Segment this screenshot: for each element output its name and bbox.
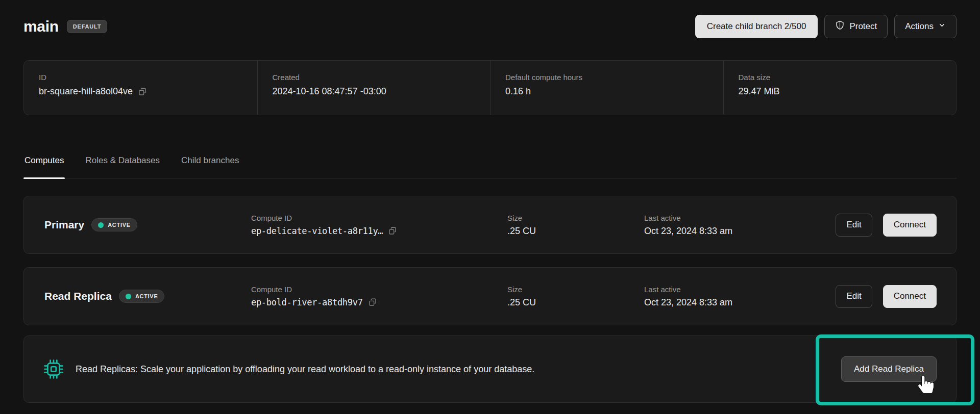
last-active-value: Oct 23, 2024 8:33 am — [644, 226, 732, 237]
add-read-replica-button[interactable]: Add Read Replica — [841, 356, 937, 382]
created-label: Created — [273, 73, 485, 82]
copy-icon[interactable] — [138, 87, 147, 96]
compute-id-label: Compute ID — [251, 285, 507, 294]
tab-roles-databases[interactable]: Roles & Databases — [84, 156, 161, 178]
page-title: main — [23, 18, 59, 35]
status-badge: ACTIVE — [119, 290, 165, 303]
branch-header: main DEFAULT Create child branch 2/500 P… — [23, 14, 957, 38]
created-field: Created 2024-10-16 08:47:57 -03:00 — [257, 61, 491, 115]
connect-button[interactable]: Connect — [883, 285, 937, 308]
status-dot-icon — [126, 294, 131, 299]
status-badge: ACTIVE — [91, 218, 137, 231]
data-size-value: 29.47 MiB — [739, 86, 780, 97]
data-size-label: Data size — [739, 73, 951, 82]
last-active-value: Oct 23, 2024 8:33 am — [644, 297, 732, 308]
compute-name: Read Replica — [44, 290, 112, 302]
size-value: .25 CU — [507, 226, 536, 237]
compute-name: Primary — [44, 219, 84, 231]
actions-button[interactable]: Actions — [894, 15, 957, 38]
branch-info-card: ID br-square-hill-a8ol04ve Created 2024-… — [23, 60, 957, 115]
last-active-label: Last active — [644, 285, 836, 294]
size-label: Size — [507, 214, 644, 222]
read-replica-banner: Read Replicas: Scale your application by… — [23, 335, 957, 403]
branch-id-label: ID — [39, 73, 252, 82]
read-replica-description: Read Replicas: Scale your application by… — [76, 364, 841, 375]
data-size-field: Data size 29.47 MiB — [723, 61, 957, 115]
compute-row-read-replica: Read Replica ACTIVE Compute ID ep-bold-r… — [23, 267, 957, 325]
shield-icon — [835, 20, 845, 33]
chevron-down-icon — [938, 21, 946, 32]
tab-child-branches[interactable]: Child branches — [180, 156, 240, 178]
size-label: Size — [507, 285, 644, 294]
status-label: ACTIVE — [108, 222, 131, 228]
protect-button[interactable]: Protect — [824, 15, 888, 38]
status-dot-icon — [98, 222, 104, 228]
size-value: .25 CU — [507, 297, 536, 308]
create-child-branch-button[interactable]: Create child branch 2/500 — [695, 15, 818, 38]
copy-icon[interactable] — [388, 226, 397, 236]
compute-hours-field: Default compute hours 0.16 h — [490, 61, 723, 115]
created-value: 2024-10-16 08:47:57 -03:00 — [273, 86, 386, 97]
tab-computes[interactable]: Computes — [23, 156, 65, 178]
actions-button-label: Actions — [905, 21, 934, 32]
copy-icon[interactable] — [368, 298, 377, 307]
branch-id-value: br-square-hill-a8ol04ve — [39, 86, 133, 97]
compute-hours-value: 0.16 h — [505, 86, 531, 97]
default-badge: DEFAULT — [67, 20, 108, 33]
compute-id-label: Compute ID — [251, 214, 507, 222]
last-active-label: Last active — [644, 214, 836, 222]
edit-button[interactable]: Edit — [836, 285, 872, 308]
edit-button[interactable]: Edit — [836, 214, 872, 237]
compute-row-primary: Primary ACTIVE Compute ID ep-delicate-vi… — [23, 196, 957, 254]
compute-id-value: ep-delicate-violet-a8r11y… — [251, 226, 383, 236]
compute-hours-label: Default compute hours — [505, 73, 718, 82]
protect-button-label: Protect — [849, 21, 877, 32]
connect-button[interactable]: Connect — [883, 214, 937, 237]
status-label: ACTIVE — [135, 293, 158, 299]
cpu-chip-icon — [44, 359, 63, 379]
branch-id-field: ID br-square-hill-a8ol04ve — [24, 61, 257, 115]
branch-tabs: Computes Roles & Databases Child branche… — [23, 156, 957, 178]
compute-id-value: ep-bold-river-a8tdh9v7 — [251, 297, 363, 307]
